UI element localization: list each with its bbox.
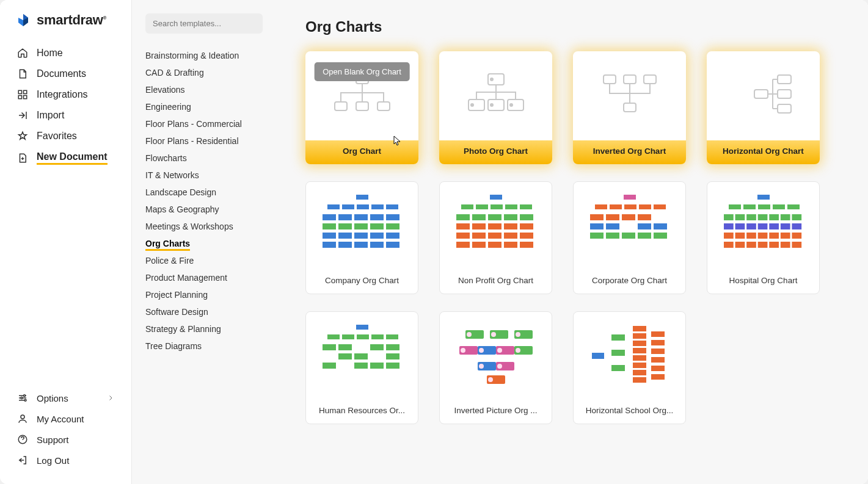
- nav-label: Options: [37, 393, 68, 403]
- nav-documents[interactable]: Documents: [11, 63, 120, 84]
- search-input[interactable]: [145, 13, 263, 34]
- svg-point-167: [479, 364, 484, 369]
- nav-favorites[interactable]: Favorites: [11, 126, 120, 146]
- template-card-featured[interactable]: Open Blank Org ChartOrg Chart: [305, 51, 418, 164]
- svg-point-7: [21, 415, 24, 419]
- nav-label: Favorites: [37, 131, 77, 142]
- template-preview: Open Blank Org Chart: [305, 51, 418, 140]
- svg-point-6: [24, 399, 26, 401]
- template-card[interactable]: Corporate Org Chart: [573, 181, 686, 294]
- svg-rect-105: [773, 204, 785, 209]
- category-panel: Brainstorming & IdeationCAD & DraftingEl…: [132, 0, 265, 484]
- svg-rect-114: [724, 223, 734, 229]
- category-item[interactable]: Meetings & Workshops: [145, 218, 252, 235]
- logo[interactable]: smartdraw®: [0, 0, 131, 43]
- svg-rect-115: [735, 223, 745, 229]
- svg-rect-30: [356, 195, 368, 200]
- svg-rect-42: [338, 223, 352, 229]
- nav-support[interactable]: Support: [11, 429, 120, 450]
- svg-rect-86: [639, 204, 651, 209]
- svg-rect-144: [386, 344, 399, 350]
- svg-point-171: [488, 377, 493, 382]
- category-item[interactable]: Strategy & Planning: [145, 320, 252, 338]
- category-item[interactable]: Product Management: [145, 269, 252, 286]
- category-item[interactable]: Police & Fire: [145, 252, 252, 269]
- svg-rect-173: [611, 334, 625, 341]
- star-icon: [17, 131, 28, 142]
- svg-rect-146: [354, 353, 368, 359]
- svg-rect-83: [595, 204, 607, 209]
- svg-point-17: [470, 103, 474, 107]
- template-label: Company Org Chart: [321, 270, 403, 294]
- nav-options[interactable]: Options: [11, 388, 120, 408]
- svg-rect-123: [746, 233, 756, 239]
- svg-rect-68: [472, 223, 486, 229]
- template-card[interactable]: Hospital Org Chart: [707, 181, 820, 294]
- svg-rect-98: [622, 233, 635, 239]
- svg-rect-189: [651, 374, 665, 380]
- svg-point-153: [467, 332, 472, 337]
- category-item[interactable]: Elevations: [145, 81, 252, 98]
- category-item[interactable]: Project Planning: [145, 286, 252, 303]
- nav-new-document[interactable]: New Document: [11, 146, 120, 170]
- nav-logout[interactable]: Log Out: [11, 450, 120, 471]
- svg-rect-70: [504, 223, 517, 229]
- template-card-featured[interactable]: Horizontal Org Chart: [707, 51, 820, 164]
- svg-rect-107: [724, 214, 734, 220]
- nav-home[interactable]: Home: [11, 43, 120, 63]
- svg-rect-180: [633, 355, 646, 361]
- svg-rect-24: [644, 75, 656, 84]
- template-card-featured[interactable]: Inverted Org Chart: [573, 51, 686, 164]
- svg-rect-129: [735, 242, 745, 248]
- svg-rect-174: [611, 350, 625, 356]
- nav-account[interactable]: My Account: [11, 408, 120, 429]
- svg-rect-179: [633, 348, 646, 353]
- svg-rect-118: [769, 223, 779, 229]
- svg-rect-102: [729, 204, 741, 209]
- open-blank-button[interactable]: Open Blank Org Chart: [314, 62, 410, 81]
- svg-rect-80: [504, 242, 517, 248]
- category-item[interactable]: Floor Plans - Commercial: [145, 115, 252, 132]
- category-item[interactable]: Floor Plans - Residential: [145, 132, 252, 150]
- svg-rect-117: [757, 223, 767, 229]
- support-icon: [17, 434, 28, 445]
- template-label: Horizontal School Org...: [582, 400, 677, 424]
- svg-rect-93: [606, 223, 619, 229]
- template-card[interactable]: Inverted Picture Org ...: [439, 311, 552, 424]
- template-card-featured[interactable]: Photo Org Chart: [439, 51, 552, 164]
- svg-rect-87: [654, 204, 666, 209]
- svg-rect-137: [342, 334, 354, 339]
- category-item[interactable]: Brainstorming & Ideation: [145, 47, 252, 64]
- svg-rect-100: [654, 233, 667, 239]
- template-card[interactable]: Company Org Chart: [305, 181, 418, 294]
- svg-rect-38: [354, 214, 368, 220]
- svg-rect-51: [323, 242, 336, 248]
- smartdraw-logo-icon: [16, 13, 31, 27]
- category-item[interactable]: Tree Diagrams: [145, 338, 252, 355]
- svg-rect-37: [338, 214, 352, 220]
- svg-rect-92: [590, 223, 604, 229]
- category-item[interactable]: Org Charts: [145, 235, 252, 252]
- nav-import[interactable]: Import: [11, 105, 120, 126]
- svg-rect-136: [327, 334, 340, 339]
- svg-rect-34: [371, 204, 384, 209]
- svg-rect-103: [743, 204, 756, 209]
- svg-rect-32: [342, 204, 354, 209]
- template-card[interactable]: Horizontal School Org...: [573, 311, 686, 424]
- svg-rect-60: [505, 204, 517, 209]
- nav-integrations[interactable]: Integrations: [11, 84, 120, 105]
- template-card[interactable]: Human Resources Or...: [305, 311, 418, 424]
- category-item[interactable]: CAD & Drafting: [145, 64, 252, 81]
- category-item[interactable]: Software Design: [145, 303, 252, 320]
- category-item[interactable]: Landscape Design: [145, 184, 252, 201]
- template-label: Photo Org Chart: [439, 140, 552, 164]
- svg-rect-12: [356, 102, 368, 110]
- template-card[interactable]: Non Profit Org Chart: [439, 181, 552, 294]
- svg-rect-48: [354, 233, 368, 239]
- category-item[interactable]: IT & Networks: [145, 167, 252, 184]
- svg-rect-55: [386, 242, 399, 248]
- category-item[interactable]: Engineering: [145, 98, 252, 115]
- new-doc-icon: [17, 153, 28, 164]
- category-item[interactable]: Flowcharts: [145, 150, 252, 167]
- category-item[interactable]: Maps & Geography: [145, 201, 252, 218]
